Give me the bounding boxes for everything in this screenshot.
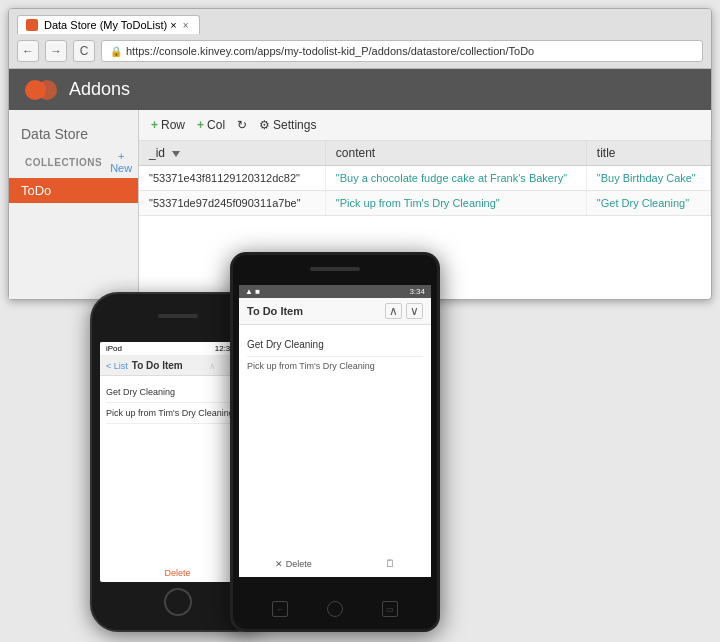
- android-nav-title: To Do Item: [247, 305, 303, 317]
- browser-chrome: Data Store (My ToDoList) × × ← → C 🔒 htt…: [9, 9, 711, 69]
- title-header-label: title: [597, 146, 616, 160]
- iphone-item-1[interactable]: Get Dry Cleaning: [106, 382, 249, 403]
- tab-title: Data Store (My ToDoList) ×: [44, 19, 177, 31]
- id-column-header[interactable]: _id: [139, 141, 325, 166]
- toolbar: + Row + Col ↻ ⚙ Settings: [139, 110, 711, 141]
- android-status-bar: ▲ ■ 3:34: [239, 285, 431, 298]
- android-speaker: [310, 267, 360, 271]
- cell-content: "Buy a chocolate fudge cake at Frank's B…: [325, 166, 586, 191]
- android-time: 3:34: [409, 287, 425, 296]
- iphone-delete-button[interactable]: Delete: [164, 568, 190, 578]
- url-text: https://console.kinvey.com/apps/my-todol…: [126, 45, 534, 57]
- table-header-row: _id content title: [139, 141, 711, 166]
- collections-label: COLLECTIONS: [17, 153, 110, 172]
- iphone-carrier: iPod: [106, 344, 122, 353]
- data-table: _id content title "53371e43f811: [139, 141, 711, 216]
- forward-button[interactable]: →: [45, 40, 67, 62]
- android-recents-hw-button[interactable]: ▭: [382, 601, 398, 617]
- android-nav-arrows: ∧ ∨: [385, 303, 423, 319]
- table-row[interactable]: "53371de97d245f090311a7be""Pick up from …: [139, 191, 711, 216]
- android-screen: ▲ ■ 3:34 To Do Item ∧ ∨ Get Dry Cleaning…: [239, 285, 431, 577]
- app-title: Addons: [69, 79, 130, 100]
- table-row[interactable]: "53371e43f81129120312dc82""Buy a chocola…: [139, 166, 711, 191]
- kinvey-logo: [25, 80, 57, 100]
- lock-icon: 🔒: [110, 46, 122, 57]
- android-item-1[interactable]: Get Dry Cleaning: [247, 333, 423, 357]
- settings-label: Settings: [273, 118, 316, 132]
- id-header-label: _id: [149, 146, 165, 160]
- new-collection-button[interactable]: + New: [110, 150, 132, 174]
- cell-title: "Buy Birthday Cake": [586, 166, 710, 191]
- address-bar[interactable]: 🔒 https://console.kinvey.com/apps/my-tod…: [101, 40, 703, 62]
- cell-title: "Get Dry Cleaning": [586, 191, 710, 216]
- cell-content: "Pick up from Tim's Dry Cleaning": [325, 191, 586, 216]
- android-hardware-buttons: ← ▭: [233, 601, 437, 617]
- android-signal: ▲ ■: [245, 287, 260, 296]
- refresh-data-button[interactable]: ↻: [237, 118, 247, 132]
- browser-tab[interactable]: Data Store (My ToDoList) × ×: [17, 15, 200, 34]
- iphone-home-button[interactable]: [164, 588, 192, 616]
- sidebar-collections-header: COLLECTIONS + New: [9, 146, 138, 178]
- android-nav-bar: To Do Item ∧ ∨: [239, 298, 431, 325]
- col-label: Col: [207, 118, 225, 132]
- tab-favicon: [26, 19, 38, 31]
- android-item-2: Pick up from Tim's Dry Cleaning: [247, 357, 423, 375]
- content-column-header[interactable]: content: [325, 141, 586, 166]
- android-edit-icon: 🗒: [385, 558, 395, 569]
- iphone-speaker: [158, 314, 198, 318]
- iphone-item-2[interactable]: Pick up from Tim's Dry Cleaning: [106, 403, 249, 424]
- refresh-button[interactable]: C: [73, 40, 95, 62]
- add-col-button[interactable]: + Col: [197, 118, 225, 132]
- back-button[interactable]: ←: [17, 40, 39, 62]
- tab-bar: Data Store (My ToDoList) × ×: [17, 15, 703, 34]
- plus-icon-col: +: [197, 118, 204, 132]
- android-delete-button[interactable]: ✕ Delete: [275, 559, 312, 569]
- gear-icon: ⚙: [259, 118, 270, 132]
- android-back-hw-button[interactable]: ←: [272, 601, 288, 617]
- settings-button[interactable]: ⚙ Settings: [259, 118, 316, 132]
- content-header-label: content: [336, 146, 375, 160]
- cell-id: "53371de97d245f090311a7be": [139, 191, 325, 216]
- add-row-button[interactable]: + Row: [151, 118, 185, 132]
- cell-id: "53371e43f81129120312dc82": [139, 166, 325, 191]
- android-content: Get Dry Cleaning Pick up from Tim's Dry …: [239, 325, 431, 383]
- iphone-chevron-up-icon: ∧: [209, 361, 216, 371]
- sort-arrow-icon: [172, 151, 180, 157]
- android-device: ▲ ■ 3:34 To Do Item ∧ ∨ Get Dry Cleaning…: [230, 252, 440, 632]
- browser-controls: ← → C 🔒 https://console.kinvey.com/apps/…: [17, 40, 703, 62]
- row-label: Row: [161, 118, 185, 132]
- todo-collection-item[interactable]: ToDo: [9, 178, 138, 203]
- tab-close-icon[interactable]: ×: [183, 20, 189, 31]
- top-bar: Addons: [9, 69, 711, 110]
- plus-icon: +: [151, 118, 158, 132]
- android-bottom-bar: ✕ Delete 🗒: [239, 554, 431, 573]
- android-up-arrow[interactable]: ∧: [385, 303, 402, 319]
- title-column-header[interactable]: title: [586, 141, 710, 166]
- svg-point-2: [36, 82, 46, 98]
- data-store-label: Data Store: [9, 120, 138, 146]
- phones-area: iPod 12:33 PM < List To Do Item ∧ ∨ Get …: [0, 248, 720, 642]
- iphone-back-button[interactable]: < List: [106, 361, 128, 371]
- android-home-hw-button[interactable]: [327, 601, 343, 617]
- android-down-arrow[interactable]: ∨: [406, 303, 423, 319]
- iphone-nav-title: To Do Item: [132, 360, 183, 371]
